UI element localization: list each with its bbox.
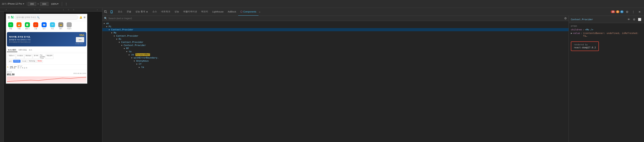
tree-node-mo[interactable]: Mo	[102, 31, 568, 34]
shortcut-mail[interactable]: ✉ 메일	[6, 22, 15, 30]
brand-chosun[interactable]: 조선일보	[16, 54, 24, 59]
weather-forecast: 38° 11° 화 수 목 금 토	[18, 65, 27, 69]
tab-application-label: 애플리케이션	[183, 10, 197, 13]
brand-namsam[interactable]: 남산	[8, 60, 13, 63]
news-tab-newsstand[interactable]: 뉴스스탠드	[7, 48, 17, 52]
brand-chrome[interactable]: Chrome	[13, 60, 20, 63]
news-tab-editorial[interactable]: 언론사편집	[17, 48, 28, 52]
zoom-selector[interactable]: 100% ▾	[49, 2, 60, 5]
shortcut-blog[interactable]: 📝 블로그	[23, 22, 32, 30]
tree-search-bar: 🔍 ⚙	[102, 16, 568, 21]
brand-strip: 연합뉴스 조선일보 중앙일보 한겨레 TheSundayTimes 매일경제	[7, 53, 86, 60]
tree-node-ah[interactable]: ah	[102, 22, 568, 25]
width-input[interactable]	[28, 2, 36, 6]
brand-yonhap[interactable]: 연합뉴스	[8, 54, 16, 59]
card-image: card	[76, 37, 84, 42]
tree-arrow-mo	[111, 32, 114, 34]
tab-memory[interactable]: 메모리	[199, 8, 210, 16]
tab-sources[interactable]: 소스	[150, 8, 159, 16]
stock-chart	[7, 76, 86, 83]
props-key-value: value	[573, 32, 580, 37]
naver-search-icon[interactable]: 🔍	[37, 16, 40, 18]
weather-section: ⛅ 25.2° 38° 11° 화 수 목 금 토	[6, 64, 87, 70]
tab-lighthouse[interactable]: Lighthouse	[210, 8, 226, 16]
tab-application[interactable]: 애플리케이션	[181, 8, 199, 16]
search-settings-icon[interactable]: ⚙	[564, 17, 567, 20]
settings-icon[interactable]: ⚙	[624, 9, 630, 15]
props-header: Context.Provider 👁 ⚙ ⬜	[569, 16, 644, 23]
tree-node-context-provider-4[interactable]: Context.Provider	[102, 44, 568, 47]
naver-menu-icon[interactable]: ☰	[8, 16, 10, 19]
tree-tag-ta2: ta	[141, 66, 144, 69]
props-settings-icon[interactable]: ⚙	[632, 17, 636, 22]
tree-node-witherrorboundary[interactable]: withErrorBoundary.	[102, 56, 568, 59]
brand-4[interactable]: 다나와	[21, 60, 27, 63]
tree-arrow-cp3	[119, 41, 121, 43]
tree-node-pi[interactable]: Pi	[102, 25, 568, 28]
more-options-icon[interactable]: ⋮	[631, 9, 636, 15]
search-icon: 🔍	[104, 17, 107, 20]
shortcut-cafe[interactable]: ☕ 카페	[15, 22, 23, 30]
shortcut-shopping[interactable]: 🛒 쇼핑	[32, 22, 40, 30]
visa-profile-area: VISA card 프로필 정보...	[75, 34, 84, 45]
inspect-element-icon[interactable]	[103, 9, 108, 14]
stock-date: 2023.06.30 13:01	[73, 72, 86, 74]
tab-network[interactable]: 네트워크	[159, 8, 172, 16]
weather-days: 화 수 목 금 토	[18, 67, 27, 69]
props-expand-value[interactable]: ▶	[571, 32, 572, 37]
tree-arrow-cf	[136, 63, 139, 65]
props-row-children: children : <Mo />	[571, 28, 642, 31]
brand-hani[interactable]: 한겨레	[33, 54, 39, 59]
naver-notification-icon[interactable]: 🔔	[80, 16, 82, 19]
device-dropdown-icon[interactable]: ▾	[23, 2, 24, 5]
tree-node-cf[interactable]: Cf	[102, 63, 568, 66]
shortcut-pay[interactable]: 💳 페이	[57, 22, 65, 30]
tab-lighthouse-label: Lighthouse	[212, 10, 224, 13]
brand-times[interactable]: TheSundayTimes	[40, 54, 45, 59]
tree-arrow-web	[131, 57, 134, 59]
phone-frame: ☰ N 검색어를 입력해 주세요 🔍 🔔 ⊞ ✉ 메일	[6, 14, 87, 84]
device-viewport[interactable]: ☰ N 검색어를 입력해 주세요 🔍 🔔 ⊞ ✉ 메일	[4, 12, 102, 142]
tab-console[interactable]: 콘솔	[124, 8, 133, 16]
brand-samsung[interactable]: Samsung	[28, 60, 36, 63]
tab-adblock[interactable]: AdBlock	[226, 8, 238, 16]
tree-node-context-provider-1[interactable]: Context.Provider	[102, 28, 568, 31]
warning-badge: 3	[616, 10, 619, 13]
close-devtools-icon[interactable]: ✕	[637, 9, 642, 15]
news-brand-row2: 남산 Chrome 다나와 Samsung iMedia	[7, 60, 86, 64]
tree-node-context-provider-2[interactable]: Context.Provider	[102, 34, 568, 37]
tree-node-zo[interactable]: zo ForwardRef	[102, 53, 568, 56]
tree-node-ri[interactable]: Ri	[102, 37, 568, 41]
tree-node-ta-2[interactable]: ta	[102, 66, 568, 69]
brand-imedia[interactable]: iMedia	[36, 60, 43, 63]
tab-elements[interactable]: 요소	[116, 8, 124, 16]
shortcut-more[interactable]: ⋯ 더보기	[65, 22, 73, 30]
naver-qr-icon[interactable]: ⊞	[84, 16, 86, 19]
brand-mk[interactable]: 매일경제	[46, 54, 54, 59]
tab-performance[interactable]: 성능	[172, 8, 181, 16]
height-input[interactable]	[40, 2, 48, 6]
tab-network-label: 네트워크	[161, 10, 170, 13]
eye-icon[interactable]: 👁	[626, 17, 631, 22]
day-2: 수	[20, 67, 21, 69]
more-tabs-button[interactable]: »	[258, 10, 261, 13]
device-toolbar-more-icon[interactable]: ⋮	[64, 1, 69, 6]
tree-node-context-provider-3[interactable]: Context.Provider	[102, 41, 568, 44]
news-tab-news[interactable]: 뉴스	[28, 48, 33, 52]
naver-search-bar[interactable]: 검색어를 입력해 주세요 🔍	[14, 15, 78, 20]
devtools-tab-bar: 요소 콘솔 성능 통계 ▲ 소스 네트워크 성능 애플리케이션	[102, 8, 644, 16]
shortcut-news[interactable]: 📰 뉴스	[40, 22, 48, 30]
tree-node-ta-1[interactable]: ta	[102, 50, 568, 53]
tab-components[interactable]: ⬡ Components	[238, 8, 258, 16]
shortcut-map[interactable]: 🗺 지도	[48, 22, 57, 30]
device-selector[interactable]: 크기: iPhone 12 Pro ▾	[2, 2, 27, 5]
device-mode-icon[interactable]	[109, 9, 114, 14]
brand-joongang[interactable]: 중앙일보	[24, 54, 32, 59]
tree-node-anonymous[interactable]: Anonymous	[102, 59, 568, 63]
naver-ad-banner[interactable]: 해외여행, 돈걱정 편 여권, 결제할 땐 Visa 전세리스 카드 원어비를 …	[7, 32, 86, 46]
ad-content: 해외여행, 돈걱정 편 여권, 결제할 땐 Visa 전세리스 카드 원어비를 …	[9, 36, 31, 43]
search-input[interactable]	[108, 17, 563, 20]
tree-node-mf[interactable]: Mf	[102, 47, 568, 50]
tab-performance-insights[interactable]: 성능 통계 ▲	[133, 8, 150, 16]
expand-icon[interactable]: ⬜	[637, 17, 642, 22]
